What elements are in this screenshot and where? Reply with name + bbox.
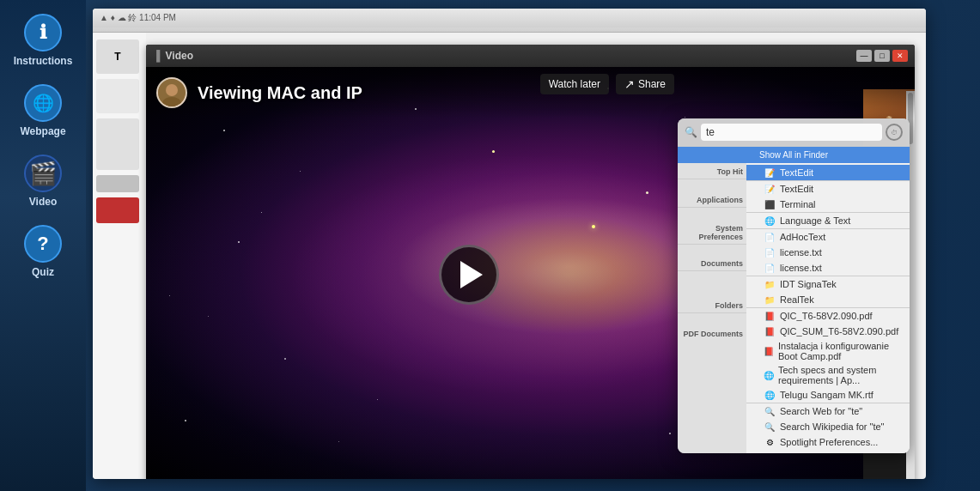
page-red-item — [96, 197, 139, 223]
sidebar-item-label: Quiz — [32, 266, 54, 278]
instructions-icon: ℹ — [24, 14, 62, 52]
terminal-icon: ⬛ — [764, 198, 776, 210]
page-nav-item3 — [96, 175, 139, 192]
video-window-controls: — □ ✕ — [856, 50, 908, 62]
video-main-title: Viewing MAC and IP — [198, 83, 362, 103]
quiz-icon: ? — [24, 225, 62, 263]
doc-icon3: 📄 — [764, 262, 776, 274]
page-nav-item2 — [96, 118, 139, 170]
spotlight-syspref-lang[interactable]: 🌐 Language & Text — [746, 213, 910, 228]
pdf-icon3: 📕 — [764, 345, 774, 357]
webpage-icon: 🌐 — [24, 84, 62, 122]
doc-icon2: 📄 — [764, 246, 776, 258]
video-header-overlay: Viewing MAC and IP — [146, 67, 915, 118]
sidebar: ℹ Instructions 🌐 Webpage 🎬 Video ? Quiz — [0, 0, 86, 491]
spotlight-search-bar: 🔍 te ⏱ — [678, 118, 910, 147]
search-web-icon: 🔍 — [764, 405, 776, 417]
spotlight-show-all[interactable]: Show All in Finder — [678, 147, 910, 163]
textedit-icon: 📝 — [764, 167, 776, 179]
spotlight-app-textedit[interactable]: 📝 TextEdit — [746, 181, 910, 197]
documents-label: Documents — [678, 257, 746, 271]
spotlight-doc-adhoc[interactable]: 📄 AdHocText — [746, 229, 910, 245]
video-title: Video — [166, 50, 851, 62]
folder-icon2: 📁 — [764, 294, 776, 306]
web-icon: 🌐 — [764, 369, 774, 381]
sidebar-item-quiz[interactable]: ? Quiz — [5, 218, 81, 285]
top-hit-label: Top Hit — [678, 165, 746, 179]
applications-section-label: Applications — [678, 193, 746, 208]
spotlight-web1[interactable]: 🌐 Tech specs and system requirements | A… — [746, 363, 910, 387]
spotlight-top-hit-item[interactable]: 📝 TextEdit — [746, 165, 910, 180]
watch-later-button[interactable]: Watch later — [540, 74, 609, 94]
page-item-t: T — [96, 39, 139, 74]
lang-icon: 🌐 — [764, 215, 776, 227]
spotlight-pdf2[interactable]: 📕 QIC_SUM_T6-58V2.090.pdf — [746, 324, 910, 339]
sidebar-item-label: Video — [29, 196, 57, 208]
search-wiki-icon: 🔍 — [764, 421, 776, 433]
spotlight-search-wiki[interactable]: 🔍 Search Wikipedia for "te" — [746, 419, 910, 434]
play-icon — [460, 261, 483, 288]
pdf-label: PDF Documents — [678, 327, 746, 341]
spotlight-pdf3[interactable]: 📕 Instalacja i konfigurowanie Boot Camp.… — [746, 339, 910, 363]
video-maximize-button[interactable]: □ — [874, 50, 890, 62]
sidebar-item-label: Webpage — [20, 125, 65, 137]
spotlight-app-terminal[interactable]: ⬛ Terminal — [746, 197, 910, 212]
play-button[interactable] — [439, 245, 499, 305]
main-content: ℹ Webpage — □ ✕ ▲ ♦ ☁ 鈴 11:04 PM T — [86, 0, 980, 491]
video-content: Viewing MAC and IP Watch later ↗ Share — [146, 67, 915, 479]
folder-icon: 📁 — [764, 278, 776, 290]
video-icon: 🎬 — [24, 155, 62, 192]
spotlight-folder-realtek[interactable]: 📁 RealTek — [746, 292, 910, 307]
folders-label: Folders — [678, 299, 746, 313]
doc-icon: 📄 — [764, 231, 776, 243]
page-content-strip: T — [93, 33, 146, 479]
spotlight-panel: 🔍 te ⏱ Show All in Finder Top Hit — [678, 118, 910, 453]
play-button-container[interactable] — [439, 245, 499, 305]
spotlight-web2[interactable]: 🌐 Telugu Sangam MK.rtf — [746, 387, 910, 403]
pdf-icon: 📕 — [764, 310, 776, 322]
spotlight-clock-icon: ⏱ — [886, 124, 903, 141]
sidebar-item-label: Instructions — [14, 55, 73, 67]
video-window: ▐ Video — □ ✕ — [146, 45, 915, 479]
spotlight-pdf1[interactable]: 📕 QIC_T6-58V2.090.pdf — [746, 308, 910, 324]
spotlight-doc-license1[interactable]: 📄 license.txt — [746, 245, 910, 260]
spotlight-folder-idt[interactable]: 📁 IDT SignaTek — [746, 276, 910, 292]
textedit-app-icon: 📝 — [764, 183, 776, 195]
spotlight-preferences[interactable]: ⚙ Spotlight Preferences... — [746, 434, 910, 450]
sidebar-item-video[interactable]: 🎬 Video — [5, 148, 81, 215]
video-titlebar: ▐ Video — □ ✕ — [146, 45, 915, 67]
browser-window: ℹ Webpage — □ ✕ ▲ ♦ ☁ 鈴 11:04 PM T — [93, 9, 926, 479]
spotlight-input[interactable]: te — [701, 124, 882, 141]
avatar — [156, 77, 187, 108]
video-actions: Watch later ↗ Share — [540, 74, 674, 94]
spotlight-search-icon: 🔍 — [685, 126, 697, 138]
share-button[interactable]: ↗ Share — [616, 74, 674, 94]
spotlight-doc-license2[interactable]: 📄 license.txt — [746, 260, 910, 276]
page-nav-item — [96, 79, 139, 113]
prefs-icon: ⚙ — [764, 436, 776, 448]
pdf-icon2: 📕 — [764, 325, 776, 337]
web-icon2: 🌐 — [764, 389, 776, 401]
svg-point-1 — [166, 84, 178, 96]
video-minimize-button[interactable]: — — [856, 50, 872, 62]
spotlight-search-web[interactable]: 🔍 Search Web for "te" — [746, 403, 910, 419]
video-title-icon: ▐ — [153, 50, 161, 62]
system-prefs-label: System Preferences — [678, 221, 746, 245]
sidebar-item-webpage[interactable]: 🌐 Webpage — [5, 77, 81, 144]
video-close-button[interactable]: ✕ — [892, 50, 908, 62]
sidebar-item-instructions[interactable]: ℹ Instructions — [5, 7, 81, 74]
mac-os-bar: ▲ ♦ ☁ 鈴 11:04 PM — [93, 9, 926, 27]
